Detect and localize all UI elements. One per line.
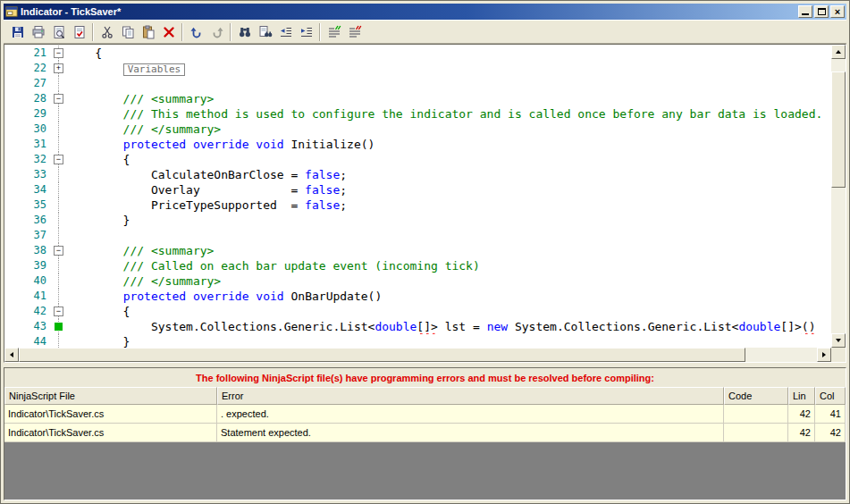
code-text[interactable]: { — [67, 46, 831, 61]
fold-margin: − — [51, 243, 67, 258]
save-button[interactable] — [7, 22, 28, 42]
maximize-button[interactable] — [814, 5, 829, 18]
vertical-scroll-track[interactable] — [831, 59, 846, 333]
fold-guide-line — [58, 213, 59, 228]
code-token: { — [67, 153, 130, 166]
column-header-code[interactable]: Code — [724, 387, 788, 405]
validate-icon — [72, 25, 87, 39]
code-token: /// Called on each bar update event (inc… — [67, 259, 480, 273]
line-number: 41 — [4, 289, 51, 304]
indent-increase-button[interactable] — [296, 22, 316, 42]
cell-error: Statement expected. — [217, 424, 724, 441]
line-number: 38 — [4, 243, 51, 258]
horizontal-scrollbar[interactable] — [4, 348, 831, 362]
code-text[interactable]: { — [67, 304, 831, 319]
code-text[interactable]: /// This method is used to configure the… — [67, 106, 831, 122]
line-number: 31 — [4, 137, 51, 152]
toolbar-separator — [230, 23, 231, 41]
print-preview-button[interactable] — [48, 22, 69, 42]
code-line: 21− { — [4, 46, 831, 61]
scroll-left-button[interactable] — [4, 348, 19, 362]
error-row[interactable]: Indicator\TickSaver.cs. expected.4241 — [4, 405, 846, 424]
close-icon: × — [831, 6, 844, 17]
fold-collapse-icon[interactable]: − — [54, 307, 63, 316]
code-text[interactable] — [67, 228, 831, 243]
titlebar[interactable]: Indicator - TickSaver* × — [4, 4, 846, 20]
scroll-up-button[interactable] — [831, 45, 846, 59]
column-header-error[interactable]: Error — [217, 387, 724, 405]
redo-button[interactable] — [206, 22, 227, 42]
code-text[interactable]: } — [67, 213, 831, 228]
code-text[interactable]: } — [67, 334, 831, 348]
vertical-scrollbar[interactable] — [831, 45, 846, 348]
line-number: 42 — [4, 304, 51, 319]
indent-decrease-button[interactable] — [275, 22, 296, 42]
fold-expand-icon[interactable]: + — [54, 63, 63, 73]
fold-collapse-icon[interactable]: − — [54, 246, 63, 256]
code-line: 38− /// <summary> — [4, 243, 831, 258]
code-token — [186, 138, 193, 151]
undo-icon — [189, 25, 204, 39]
code-text[interactable]: CalculateOnBarClose = false; — [67, 167, 831, 182]
replace-button[interactable] — [255, 22, 275, 42]
fold-collapse-icon[interactable]: − — [54, 48, 63, 58]
code-text[interactable]: /// Called on each bar update event (inc… — [67, 258, 831, 273]
code-token: new — [487, 320, 508, 333]
fold-margin — [51, 182, 67, 197]
code-text[interactable] — [67, 76, 831, 91]
arrow-right-icon — [822, 352, 826, 357]
code-text[interactable]: /// <summary> — [67, 243, 831, 258]
undo-button[interactable] — [186, 22, 206, 42]
line-number: 27 — [4, 76, 51, 91]
line-number: 21 — [4, 46, 51, 61]
comment-icon — [327, 25, 341, 39]
find-button[interactable] — [234, 22, 255, 42]
fold-margin: − — [51, 91, 67, 106]
fold-collapse-icon[interactable]: − — [54, 155, 63, 164]
scroll-right-button[interactable] — [817, 348, 831, 362]
fold-margin — [51, 197, 67, 213]
code-text[interactable]: PriceTypeSupported = false; — [67, 197, 831, 213]
code-text[interactable]: { — [67, 152, 831, 167]
code-token: /// </summary> — [67, 122, 221, 136]
error-row[interactable]: Indicator\TickSaver.csStatement expected… — [4, 424, 846, 442]
line-number: 37 — [4, 228, 51, 243]
fold-margin — [51, 273, 67, 289]
scroll-down-button[interactable] — [831, 333, 846, 348]
code-text[interactable]: protected override void Initialize() — [67, 137, 831, 152]
fold-collapse-icon[interactable]: − — [54, 94, 63, 104]
print-button[interactable] — [28, 22, 48, 42]
comment-button[interactable] — [324, 22, 344, 42]
paste-button[interactable] — [138, 22, 158, 42]
column-header-col[interactable]: Col — [815, 387, 846, 405]
vertical-scroll-thumb[interactable] — [831, 71, 846, 188]
column-header-lin[interactable]: Lin — [788, 387, 815, 405]
code-text[interactable]: Variables — [67, 61, 831, 76]
code-text[interactable]: Overlay = false; — [67, 182, 831, 197]
code-text[interactable]: System.Collections.Generic.List<double[]… — [67, 319, 831, 334]
fold-guide-line — [58, 228, 59, 243]
error-panel: The following NinjaScript file(s) have p… — [4, 367, 846, 500]
uncomment-button[interactable] — [344, 22, 365, 42]
minimize-button[interactable] — [798, 5, 812, 18]
copy-button[interactable] — [117, 22, 138, 42]
toolbar-separator — [92, 23, 94, 41]
close-button[interactable]: × — [830, 5, 845, 18]
code-area[interactable]: 21− {22+ Variables2728− /// <summary>29 … — [4, 45, 831, 348]
line-number: 22 — [4, 61, 51, 76]
code-text[interactable]: /// <summary> — [67, 91, 831, 106]
code-text[interactable]: protected override void OnBarUpdate() — [67, 289, 831, 304]
horizontal-scroll-thumb[interactable] — [19, 348, 745, 362]
code-line: 39 /// Called on each bar update event (… — [4, 258, 831, 273]
fold-margin — [51, 213, 67, 228]
code-text[interactable]: /// </summary> — [67, 273, 831, 289]
validate-button[interactable] — [69, 22, 89, 42]
error-message: The following NinjaScript file(s) have p… — [196, 373, 654, 383]
column-header-ninjascript-file[interactable]: NinjaScript File — [4, 387, 217, 405]
delete-button[interactable] — [158, 22, 179, 42]
cut-button[interactable] — [97, 22, 117, 42]
code-line: 44 } — [4, 334, 831, 348]
code-text[interactable]: /// </summary> — [67, 122, 831, 137]
collapsed-region-box[interactable]: Variables — [123, 63, 186, 76]
horizontal-scroll-track[interactable] — [19, 348, 817, 362]
